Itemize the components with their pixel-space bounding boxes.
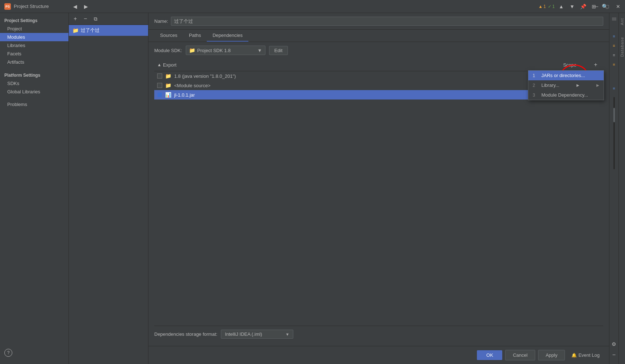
tab-dependencies[interactable]: Dependencies [207, 30, 248, 42]
copy-module-button[interactable]: ⧉ [91, 14, 100, 23]
project-settings-label: Project Settings [0, 16, 68, 25]
name-input[interactable] [171, 17, 603, 26]
storage-value: IntelliJ IDEA (.iml) [225, 331, 262, 337]
forward-button[interactable]: ▶ [81, 2, 90, 11]
right-icon-panel: ≡ ≡ ≡ ≡ ≡ ⚙ − [609, 13, 618, 364]
scope-column-header: Scope [563, 62, 576, 68]
add-jars-option[interactable]: 1 JARs or directories... [528, 71, 604, 80]
dep-jl-icon: 📊 [165, 92, 171, 98]
right-toolbar-btn-1[interactable] [610, 14, 618, 23]
export-arrow-icon: ▲ [157, 62, 162, 67]
back-button[interactable]: ◀ [71, 2, 79, 11]
module-list-panel: + − ⧉ 📁 过了个过 [69, 13, 148, 364]
storage-label: Dependencies storage format: [154, 331, 217, 337]
dep-sdk-icon: 📁 [165, 73, 171, 79]
sdk-row: Module SDK: 📁 Project SDK 1.8 ▼ Edit [154, 46, 603, 55]
right-toolbar-btn-5[interactable]: ≡ [610, 60, 618, 69]
sidebar-item-artifacts[interactable]: Artifacts [0, 58, 68, 66]
add-jars-label: JARs or directories... [541, 73, 585, 78]
window-title: Project Structure [14, 4, 49, 9]
cancel-button[interactable]: Cancel [505, 350, 535, 360]
search-button[interactable]: 🔍 [600, 2, 609, 11]
add-module-dep-option[interactable]: 3 Module Dependency... [528, 90, 604, 100]
event-log-icon: 🔔 [571, 353, 577, 358]
add-library-label: Library... [541, 82, 559, 88]
sdk-dropdown[interactable]: 📁 Project SDK 1.8 ▼ [186, 46, 265, 55]
check-badge: ✓ 1 [548, 4, 555, 9]
tab-sources[interactable]: Sources [154, 30, 183, 42]
gear-button[interactable]: ⚙ [609, 339, 619, 349]
check-count: 1 [552, 4, 555, 9]
ok-button[interactable]: OK [477, 350, 502, 360]
sidebar-item-modules[interactable]: Modules [0, 33, 68, 41]
right-toolbar-btn-4[interactable]: ≡ [610, 51, 618, 59]
ant-label[interactable]: Ant [620, 16, 624, 27]
name-label: Name: [154, 18, 168, 24]
far-right-panel: Ant Database [618, 13, 625, 364]
right-toolbar-btn-2[interactable]: ≡ [610, 32, 618, 41]
sidebar-item-problems[interactable]: Problems [0, 100, 68, 109]
sidebar-item-global-libraries[interactable]: Global Libraries [0, 88, 68, 96]
app-icon: PS [4, 3, 11, 10]
database-label[interactable]: Database [620, 35, 624, 59]
sidebar-item-libraries[interactable]: Libraries [0, 41, 68, 50]
collapse-button[interactable]: − [609, 350, 619, 360]
deps-content: Module SDK: 📁 Project SDK 1.8 ▼ Edit ▲ E… [148, 42, 609, 346]
dep-checkbox-module-source[interactable] [157, 83, 162, 88]
expand-button[interactable]: ⊞ [590, 2, 598, 11]
close-button[interactable]: ✕ [614, 3, 622, 10]
module-list-toolbar: + − ⧉ [69, 13, 148, 25]
pin-button[interactable]: 📌 [579, 2, 587, 11]
sidebar-item-project[interactable]: Project [0, 25, 68, 33]
module-folder-icon: 📁 [72, 27, 79, 33]
up-arrow-button[interactable]: ▲ [557, 2, 566, 11]
storage-dropdown[interactable]: IntelliJ IDEA (.iml) ▼ [221, 330, 293, 339]
add-dependency-button[interactable]: + [591, 60, 600, 69]
sdk-dropdown-arrow: ▼ [257, 48, 262, 53]
deps-list: 📁 1.8 (java version "1.8.0_201") 📁 <Modu… [154, 71, 603, 326]
event-log-button[interactable]: 🔔 Event Log [568, 350, 603, 360]
storage-dropdown-arrow: ▼ [285, 332, 289, 337]
down-arrow-button[interactable]: ▼ [568, 2, 576, 11]
right-toolbar-btn-3[interactable]: ≡ [610, 41, 618, 50]
event-log-label: Event Log [578, 352, 600, 358]
warning-badge: ▲ 1 [538, 4, 546, 9]
platform-settings-label: Platform Settings [0, 71, 68, 79]
dep-checkbox-sdk[interactable] [157, 73, 162, 79]
name-row: Name: [148, 13, 609, 30]
tab-paths[interactable]: Paths [183, 30, 207, 42]
add-dependency-container: + 1 JARs or directories... 2 Library... … [591, 60, 600, 69]
bottom-bar: OK Cancel Apply 🔔 Event Log [148, 346, 609, 364]
module-name: 过了个过 [81, 27, 100, 34]
deps-table-header: ▲ Export Scope + 1 JARs or directories..… [154, 59, 603, 71]
sdk-label: Module SDK: [154, 48, 182, 53]
title-bar: PS Project Structure ─ □ ✕ ◀ ▶ ▲ 1 ✓ 1 ▲… [0, 0, 625, 13]
library-submenu-arrow: ▶ [576, 83, 579, 87]
sdk-edit-button[interactable]: Edit [269, 46, 288, 55]
sidebar-item-facets[interactable]: Facets [0, 50, 68, 58]
right-scrollbar [613, 97, 615, 169]
module-item[interactable]: 📁 过了个过 [69, 25, 148, 36]
content-area: Name: Sources Paths Dependencies Module … [148, 13, 609, 364]
apply-button[interactable]: Apply [538, 350, 565, 360]
sdk-value: Project SDK 1.8 [197, 48, 231, 53]
export-column-header: ▲ Export [157, 62, 176, 68]
add-module-button[interactable]: + [71, 14, 80, 23]
storage-row: Dependencies storage format: IntelliJ ID… [154, 326, 603, 342]
dep-module-source-icon: 📁 [165, 82, 171, 88]
warning-count: 1 [544, 4, 546, 9]
right-toolbar-btn-6[interactable]: ≡ [610, 84, 618, 93]
help-button[interactable]: ? [4, 349, 12, 357]
dep-checkbox-jl-jar[interactable] [157, 92, 162, 97]
remove-module-button[interactable]: − [81, 14, 90, 23]
sdk-folder-icon: 📁 [189, 47, 195, 53]
sidebar: Project Settings Project Modules Librari… [0, 13, 69, 364]
main-layout: Project Settings Project Modules Librari… [0, 13, 625, 364]
add-library-option[interactable]: 2 Library... ▶ [528, 80, 604, 90]
sidebar-item-sdks[interactable]: SDKs [0, 79, 68, 88]
add-module-dep-label: Module Dependency... [541, 92, 588, 98]
dep-jl-name: jl-1.0.1.jar [174, 92, 578, 98]
right-scrollbar-thumb [613, 108, 615, 122]
tabs: Sources Paths Dependencies [148, 30, 609, 42]
